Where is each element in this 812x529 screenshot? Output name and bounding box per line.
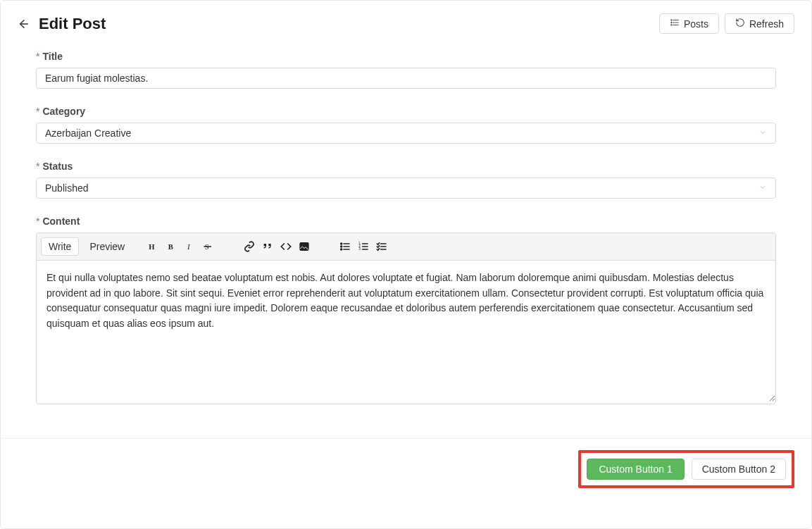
svg-point-17 [341,243,342,244]
checklist-icon[interactable] [376,241,387,252]
page-title: Edit Post [39,15,659,33]
quote-icon[interactable] [262,241,273,252]
title-input[interactable] [36,68,776,89]
svg-point-4 [671,20,672,20]
content-editor: Write Preview H B I S [36,232,776,404]
refresh-icon [735,18,745,30]
category-value: Azerbaijan Creative [45,127,131,139]
unordered-list-icon[interactable] [339,241,351,252]
content-label: *Content [36,216,776,227]
svg-text:H: H [149,243,156,251]
content-textarea[interactable] [37,261,775,402]
svg-text:B: B [168,243,173,251]
svg-rect-12 [300,243,308,251]
image-icon[interactable] [299,241,310,252]
refresh-button-label: Refresh [749,18,784,30]
category-label: *Category [36,106,776,117]
posts-button-label: Posts [684,18,708,30]
chevron-down-icon [758,183,767,194]
italic-icon[interactable]: I [185,241,196,252]
svg-point-6 [671,25,672,25]
ordered-list-icon[interactable]: 123 [358,241,369,252]
refresh-button[interactable]: Refresh [725,13,794,34]
back-arrow-icon[interactable] [18,18,30,30]
chevron-down-icon [758,128,767,139]
svg-text:I: I [187,243,190,251]
custom-button-2[interactable]: Custom Button 2 [692,459,786,480]
preview-tab[interactable]: Preview [82,237,132,256]
code-icon[interactable] [280,241,292,252]
footer-actions-highlight: Custom Button 1 Custom Button 2 [578,450,794,488]
list-icon [670,18,680,30]
svg-text:3: 3 [359,247,361,251]
posts-button[interactable]: Posts [659,13,719,34]
write-tab[interactable]: Write [41,237,79,256]
svg-point-19 [341,249,342,250]
svg-point-18 [341,246,342,247]
link-icon[interactable] [244,241,255,252]
status-select[interactable]: Published [36,178,776,199]
heading-icon[interactable]: H [148,241,159,252]
svg-point-5 [671,22,672,23]
title-label: *Title [36,51,776,62]
bold-icon[interactable]: B [166,241,177,252]
custom-button-1[interactable]: Custom Button 1 [587,459,684,480]
status-value: Published [45,182,89,194]
category-select[interactable]: Azerbaijan Creative [36,123,776,144]
status-label: *Status [36,161,776,172]
svg-point-13 [302,244,304,246]
strikethrough-icon[interactable]: S [203,241,214,252]
